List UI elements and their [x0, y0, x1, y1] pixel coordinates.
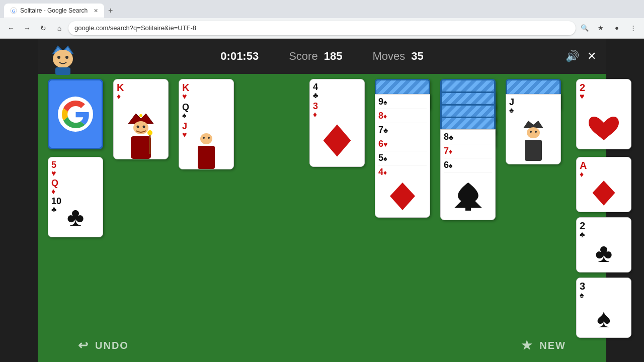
col3-stack[interactable]: K ♥ Q ♠ J ♥: [179, 79, 234, 169]
nav-bar: ← → ↻ ⌂ 🔍 ★ ● ⋮: [0, 18, 644, 38]
left-shadow: [0, 39, 38, 362]
game-header: 0:01:53 Score 185 Moves 35 🔊 ✕: [38, 39, 606, 74]
svg-rect-26: [525, 140, 542, 161]
menu-button[interactable]: ⋮: [626, 21, 640, 35]
svg-marker-19: [324, 124, 351, 156]
svg-marker-22: [523, 121, 543, 128]
foundation-ace-diamonds[interactable]: A ♦: [576, 157, 631, 212]
svg-point-14: [147, 130, 152, 135]
foundation-3spades[interactable]: 3 ♠ ♠: [576, 278, 631, 338]
google-logo-card[interactable]: [48, 79, 103, 149]
forward-button[interactable]: →: [20, 21, 34, 35]
svg-point-10: [137, 126, 139, 128]
svg-point-11: [143, 126, 145, 128]
extensions-button[interactable]: ●: [610, 21, 624, 35]
close-button[interactable]: ✕: [587, 50, 596, 63]
svg-rect-21: [465, 207, 471, 211]
svg-point-24: [530, 131, 532, 133]
svg-point-25: [535, 131, 537, 133]
home-button[interactable]: ⌂: [52, 21, 66, 35]
game-footer: ↩ UNDO ★ NEW: [38, 328, 606, 362]
svg-point-9: [139, 114, 142, 117]
tab-bar: G Solitaire - Google Search ✕ +: [0, 0, 644, 18]
game-container: 0:01:53 Score 185 Moves 35 🔊 ✕: [0, 39, 644, 362]
undo-label: UNDO: [95, 340, 129, 351]
col2-king-diamonds[interactable]: K ♦: [113, 79, 169, 159]
sound-button[interactable]: 🔊: [566, 50, 579, 63]
new-label: NEW: [539, 340, 566, 351]
svg-marker-27: [593, 180, 615, 206]
game-board[interactable]: 5 ♥ Q ♦ 10 ♣ ♣ K: [38, 74, 606, 328]
svg-point-4: [57, 56, 60, 59]
svg-point-15: [200, 133, 212, 144]
svg-point-5: [65, 56, 68, 59]
refresh-button[interactable]: ↻: [36, 21, 50, 35]
tab-title: Solitaire - Google Search: [20, 7, 88, 14]
tab-close-button[interactable]: ✕: [94, 8, 98, 14]
svg-point-3: [53, 50, 73, 68]
moves-label: Moves: [372, 50, 405, 63]
address-bar[interactable]: [68, 21, 576, 35]
svg-rect-18: [198, 146, 215, 169]
undo-button[interactable]: ↩ UNDO: [78, 338, 129, 352]
score-label: Score: [289, 50, 317, 63]
svg-point-17: [208, 137, 210, 139]
search-icon-btn[interactable]: 🔍: [578, 21, 592, 35]
foundation-2clubs[interactable]: 2 ♣ ♣: [576, 217, 631, 273]
star-icon: ★: [521, 338, 533, 352]
new-tab-button[interactable]: +: [106, 4, 115, 17]
moves-section: Moves 35: [372, 50, 423, 63]
active-tab[interactable]: G Solitaire - Google Search ✕: [4, 4, 104, 18]
game-panel: 0:01:53 Score 185 Moves 35 🔊 ✕: [38, 39, 606, 362]
bookmark-button[interactable]: ★: [594, 21, 608, 35]
col1-waste[interactable]: 5 ♥ Q ♦ 10 ♣ ♣: [48, 157, 103, 237]
nav-icons: 🔍 ★ ● ⋮: [578, 21, 640, 35]
header-info: 0:01:53 Score 185 Moves 35: [220, 50, 423, 63]
svg-marker-20: [390, 183, 415, 210]
back-button[interactable]: ←: [4, 21, 18, 35]
tab-favicon: G: [10, 7, 17, 14]
new-game-button[interactable]: ★ NEW: [521, 338, 566, 352]
svg-point-16: [203, 137, 205, 139]
score-section: Score 185: [289, 50, 342, 63]
moves-value: 35: [411, 50, 423, 63]
undo-icon: ↩: [78, 338, 89, 352]
col1-stock[interactable]: [48, 79, 103, 149]
header-controls: 🔊 ✕: [566, 50, 596, 63]
svg-point-23: [527, 127, 540, 138]
svg-rect-12: [131, 136, 151, 159]
score-value: 185: [324, 50, 343, 63]
svg-text:G: G: [12, 9, 16, 14]
browser-chrome: G Solitaire - Google Search ✕ + ← → ↻ ⌂ …: [0, 0, 644, 39]
col5-stack[interactable]: 4 ♣ 3 ♦: [309, 79, 365, 167]
timer-display: 0:01:53: [220, 50, 259, 63]
mascot: [48, 41, 78, 71]
foundation-2hearts[interactable]: 2 ♥: [576, 79, 631, 149]
